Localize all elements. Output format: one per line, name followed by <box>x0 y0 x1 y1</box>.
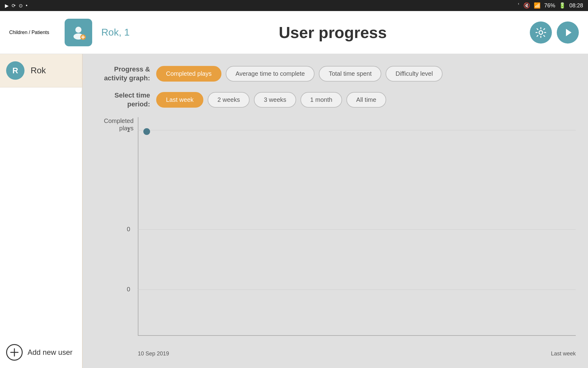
y-tick-0-low: 0 <box>127 286 130 293</box>
graph-type-buttons: Completed plays Average time to complete… <box>156 66 443 82</box>
y-tick-0-mid: 0 <box>127 226 130 233</box>
btn-last-week[interactable]: Last week <box>156 92 203 108</box>
status-bar-left: ▶ ⟳ ⊙ • <box>5 3 514 9</box>
svg-marker-6 <box>566 29 571 36</box>
breadcrumb: Children / Patients <box>9 30 49 35</box>
play-button[interactable] <box>557 21 579 44</box>
header-actions <box>530 21 579 44</box>
battery-label: 76% <box>544 2 555 9</box>
sidebar-user-item[interactable]: R Rok <box>0 54 82 87</box>
time-label: 08:28 <box>569 2 583 9</box>
wifi-icon: 📶 <box>534 2 541 9</box>
system-icon-1: ▶ <box>5 3 9 9</box>
header-username: Rok, 1 <box>101 27 130 38</box>
add-user-button[interactable] <box>6 344 23 361</box>
chart-container: Completed plays 1 <box>95 117 576 357</box>
user-initial: R <box>13 66 18 75</box>
y-gridline-3 <box>138 289 576 290</box>
app-container: Children / Patients Rok, 1 User progress <box>0 11 588 368</box>
header-avatar <box>65 19 92 46</box>
y-gridline-1 <box>138 130 576 130</box>
add-new-user-section[interactable]: Add new user <box>0 337 82 368</box>
btn-3-weeks[interactable]: 3 weeks <box>254 92 296 108</box>
status-bar: ▶ ⟳ ⊙ • ʿ︎ 🔇 📶 76% 🔋 08:28 <box>0 0 588 11</box>
tab-completed-plays[interactable]: Completed plays <box>156 66 221 82</box>
progress-filter-row: Progress & activity graph: Completed pla… <box>95 65 576 82</box>
user-name: Rok <box>31 66 46 75</box>
tab-average-time[interactable]: Average time to complete <box>226 66 315 82</box>
time-period-filter-row: Select time period: Last week 2 weeks 3 … <box>95 91 576 109</box>
btn-all-time[interactable]: All time <box>346 92 386 108</box>
body-layout: R Rok Add new user Progress & <box>0 54 588 368</box>
data-point <box>143 128 150 135</box>
svg-point-0 <box>75 27 81 33</box>
x-label-right: Last week <box>551 351 576 357</box>
bluetooth-icon: ʿ︎ <box>518 2 520 9</box>
chart-plot-area: 1 0 0 <box>138 117 576 348</box>
sidebar: R Rok Add new user <box>0 54 83 368</box>
page-title: User progress <box>145 23 521 42</box>
svg-point-5 <box>539 31 543 34</box>
system-icon-4: • <box>26 3 28 8</box>
settings-button[interactable] <box>530 21 552 44</box>
battery-icon: 🔋 <box>559 2 566 9</box>
mute-icon: 🔇 <box>523 2 530 9</box>
x-label-left: 10 Sep 2019 <box>138 351 169 357</box>
header: Children / Patients Rok, 1 User progress <box>0 11 588 54</box>
y-tick-1: 1 <box>127 126 130 133</box>
system-icon-2: ⟳ <box>12 3 16 9</box>
main-content: Progress & activity graph: Completed pla… <box>83 54 588 368</box>
avatar: R <box>6 61 24 80</box>
chart-x-labels: 10 Sep 2019 Last week <box>95 348 576 357</box>
btn-2-weeks[interactable]: 2 weeks <box>208 92 250 108</box>
tab-difficulty[interactable]: Difficulty level <box>386 66 443 82</box>
add-user-label: Add new user <box>28 348 73 357</box>
system-icon-3: ⊙ <box>19 3 23 9</box>
chart-inner: Completed plays 1 <box>95 117 576 348</box>
time-period-buttons: Last week 2 weeks 3 weeks 1 month All ti… <box>156 92 386 108</box>
time-period-label: Select time period: <box>95 91 150 109</box>
progress-graph-label: Progress & activity graph: <box>95 65 150 82</box>
tab-total-time[interactable]: Total time spent <box>319 66 381 82</box>
btn-1-month[interactable]: 1 month <box>300 92 342 108</box>
y-gridline-2 <box>138 229 576 230</box>
